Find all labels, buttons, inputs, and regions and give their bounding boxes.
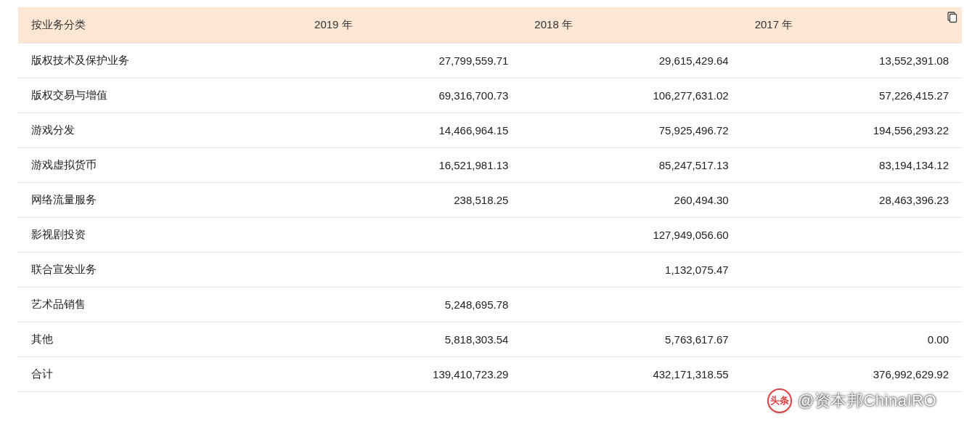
row-label: 其他 (18, 322, 301, 357)
row-value: 29,615,429.64 (521, 44, 741, 78)
table-row: 游戏虚拟货币16,521,981.1385,247,517.1383,194,1… (18, 148, 962, 183)
row-label: 合计 (18, 357, 301, 392)
copy-icon[interactable] (946, 12, 957, 23)
row-label: 游戏虚拟货币 (18, 148, 301, 183)
row-value: 85,247,517.13 (521, 148, 741, 183)
row-value: 139,410,723.29 (301, 357, 521, 392)
row-value: 14,466,964.15 (301, 113, 521, 148)
row-value: 5,818,303.54 (301, 322, 521, 357)
row-label: 联合宣发业务 (18, 253, 301, 288)
row-label: 影视剧投资 (18, 218, 301, 253)
table-header-row: 按业务分类 2019 年 2018 年 2017 年 (18, 7, 962, 44)
row-value (521, 288, 741, 322)
col-header-2019: 2019 年 (301, 7, 521, 44)
row-label: 版权技术及保护业务 (18, 44, 301, 78)
row-value: 69,316,700.73 (301, 78, 521, 113)
row-value: 75,925,496.72 (521, 113, 741, 148)
row-value: 83,194,134.12 (742, 148, 962, 183)
row-value: 5,248,695.78 (301, 288, 521, 322)
row-label: 艺术品销售 (18, 288, 301, 322)
table-row: 版权交易与增值69,316,700.73106,277,631.0257,226… (18, 78, 962, 113)
table-row: 其他5,818,303.545,763,617.670.00 (18, 322, 962, 357)
col-header-2018: 2018 年 (521, 7, 741, 44)
row-value: 127,949,056.60 (521, 218, 741, 253)
table-row: 网络流量服务238,518.25260,494.3028,463,396.23 (18, 183, 962, 218)
row-value: 57,226,415.27 (742, 78, 962, 113)
row-value: 376,992,629.92 (742, 357, 962, 392)
row-value: 194,556,293.22 (742, 113, 962, 148)
row-value: 1,132,075.47 (521, 253, 741, 288)
row-value: 0.00 (742, 322, 962, 357)
table-row: 艺术品销售5,248,695.78 (18, 288, 962, 322)
row-value: 27,799,559.71 (301, 44, 521, 78)
table-row: 游戏分发14,466,964.1575,925,496.72194,556,29… (18, 113, 962, 148)
business-revenue-table: 按业务分类 2019 年 2018 年 2017 年 版权技术及保护业务27,7… (18, 7, 962, 392)
table-row: 版权技术及保护业务27,799,559.7129,615,429.6413,55… (18, 44, 962, 78)
row-label: 版权交易与增值 (18, 78, 301, 113)
row-value: 238,518.25 (301, 183, 521, 218)
row-value (301, 253, 521, 288)
row-value (742, 288, 962, 322)
row-value: 5,763,617.67 (521, 322, 741, 357)
table-row: 合计139,410,723.29432,171,318.55376,992,62… (18, 357, 962, 392)
row-value (742, 218, 962, 253)
row-value: 28,463,396.23 (742, 183, 962, 218)
col-header-2017: 2017 年 (742, 7, 962, 44)
row-value: 432,171,318.55 (521, 357, 741, 392)
row-label: 网络流量服务 (18, 183, 301, 218)
svg-rect-1 (950, 15, 957, 23)
row-value (301, 218, 521, 253)
col-header-category: 按业务分类 (18, 7, 301, 44)
row-value (742, 253, 962, 288)
row-value: 260,494.30 (521, 183, 741, 218)
row-value: 13,552,391.08 (742, 44, 962, 78)
table-row: 影视剧投资127,949,056.60 (18, 218, 962, 253)
row-value: 16,521,981.13 (301, 148, 521, 183)
table-row: 联合宣发业务1,132,075.47 (18, 253, 962, 288)
row-label: 游戏分发 (18, 113, 301, 148)
row-value: 106,277,631.02 (521, 78, 741, 113)
col-header-2017-label: 2017 年 (755, 18, 793, 30)
